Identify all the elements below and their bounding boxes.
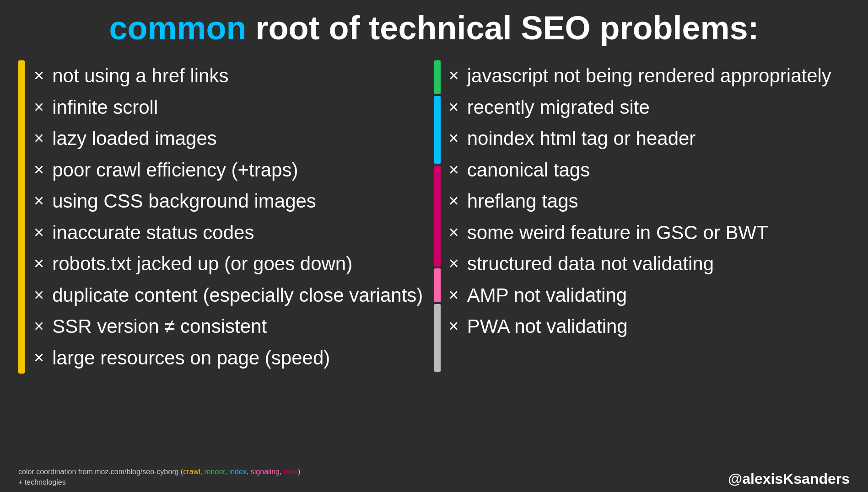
item-text: poor crawl efficiency (+traps) [52,158,298,182]
right-items-list: ×javascript not being rendered appropria… [449,60,850,374]
page-title: common root of technical SEO problems: [18,9,850,47]
list-item: ×noindex html tag or header [449,123,850,155]
right-column: ×javascript not being rendered appropria… [434,60,850,374]
list-item: ×poor crawl efficiency (+traps) [34,155,434,186]
x-mark: × [449,128,459,150]
list-item: ×structured data not validating [449,248,850,280]
x-mark: × [449,222,459,244]
x-mark: × [449,159,459,181]
x-mark: × [34,253,44,275]
x-mark: × [34,65,44,87]
title-common: common [109,10,246,46]
footer-attribution: color coordination from moz.com/blog/seo… [18,467,300,487]
list-item: ×SSR version ≠ consistent [34,311,434,342]
x-mark: × [34,222,44,244]
footer-handle: @alexisKsanders [728,471,850,487]
item-text: using CSS background images [52,189,316,214]
bar-segment [434,268,441,302]
list-item: ×robots.txt jacked up (or goes down) [34,248,434,280]
x-mark: × [34,96,44,118]
list-item: ×some weird feature in GSC or BWT [449,217,850,249]
x-mark: × [449,96,459,118]
list-item: ×recently migrated site [449,92,850,123]
left-column: ×not using a href links×infinite scroll×… [18,60,434,374]
bar-segment [434,96,441,164]
x-mark: × [34,159,44,181]
content-area: ×not using a href links×infinite scroll×… [18,60,850,374]
item-text: AMP not validating [467,283,627,308]
list-item: ×AMP not validating [449,280,850,311]
list-item: ×hreflang tags [449,186,850,217]
left-items-list: ×not using a href links×infinite scroll×… [34,60,434,374]
footer: color coordination from moz.com/blog/seo… [18,467,850,487]
title-rest: root of technical SEO problems: [246,10,759,46]
x-mark: × [449,316,459,337]
x-mark: × [34,316,44,337]
list-item: ×javascript not being rendered appropria… [449,60,850,92]
x-mark: × [449,65,459,87]
item-text: some weird feature in GSC or BWT [467,221,768,245]
list-item: ×lazy loaded images [34,123,434,155]
x-mark: × [34,190,44,212]
list-item: ×canonical tags [449,155,850,186]
right-bars-container [434,60,441,374]
list-item: ×large resources on page (speed) [34,342,434,374]
item-text: SSR version ≠ consistent [52,315,267,339]
item-text: canonical tags [467,158,590,182]
item-text: noindex html tag or header [467,127,696,151]
x-mark: × [449,284,459,306]
bar-segment [434,60,441,94]
x-mark: × [449,190,459,212]
bar-segment [434,304,441,372]
item-text: not using a href links [52,64,228,88]
item-text: duplicate content (especially close vari… [52,283,423,308]
list-item: ×PWA not validating [449,311,850,342]
page-container: common root of technical SEO problems: ×… [0,0,868,492]
left-color-bar [18,60,25,374]
x-mark: × [34,128,44,150]
item-text: javascript not being rendered appropriat… [467,64,831,88]
item-text: recently migrated site [467,96,650,120]
x-mark: × [449,253,459,275]
item-text: large resources on page (speed) [52,346,330,370]
x-mark: × [34,347,44,369]
list-item: ×using CSS background images [34,186,434,217]
item-text: PWA not validating [467,315,628,339]
item-text: hreflang tags [467,189,578,214]
item-text: structured data not validating [467,252,714,276]
list-item: ×inaccurate status codes [34,217,434,249]
list-item: ×duplicate content (especially close var… [34,280,434,311]
list-item: ×not using a href links [34,60,434,92]
item-text: lazy loaded images [52,127,217,151]
item-text: inaccurate status codes [52,221,254,245]
bar-segment [434,166,441,267]
x-mark: × [34,284,44,306]
item-text: robots.txt jacked up (or goes down) [52,252,352,276]
item-text: infinite scroll [52,96,158,120]
list-item: ×infinite scroll [34,92,434,123]
